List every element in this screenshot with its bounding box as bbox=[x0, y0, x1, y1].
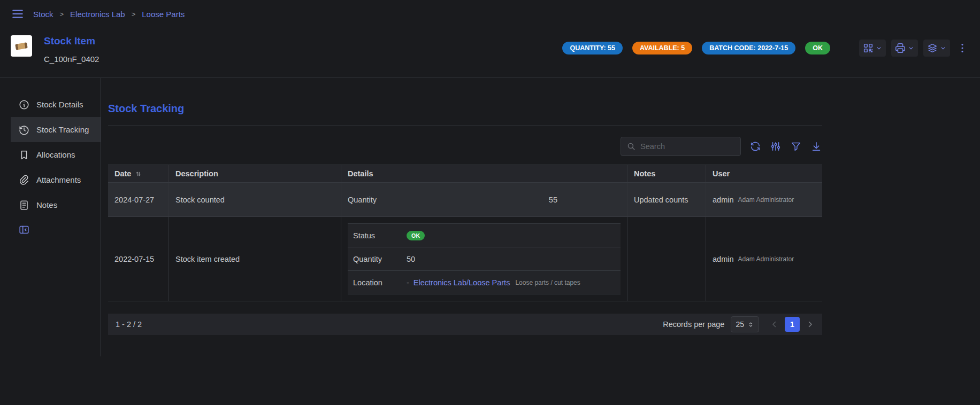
sidebar-collapse-button[interactable] bbox=[11, 224, 101, 236]
user-fullname: Adam Administrator bbox=[738, 255, 794, 263]
cell-details: Quantity 55 bbox=[341, 183, 627, 216]
breadcrumb-separator: > bbox=[60, 10, 64, 18]
available-badge: AVAILABLE: 5 bbox=[632, 42, 692, 54]
hamburger-menu-icon[interactable] bbox=[11, 7, 25, 21]
page-title: Stock Item bbox=[44, 35, 99, 47]
search-icon bbox=[626, 142, 636, 151]
filter-icon[interactable] bbox=[790, 141, 802, 152]
adjustments-icon[interactable] bbox=[770, 141, 782, 152]
panel-title: Stock Tracking bbox=[108, 103, 822, 115]
sidebar-item-stock-details[interactable]: Stock Details bbox=[11, 92, 101, 117]
breadcrumb-loose-parts[interactable]: Loose Parts bbox=[142, 10, 185, 19]
table-row[interactable]: 2022-07-15 Stock item created Status OK … bbox=[108, 217, 822, 301]
divider bbox=[108, 126, 822, 126]
breadcrumb: Stock > Electronics Lab > Loose Parts bbox=[33, 10, 185, 19]
chevron-left-icon bbox=[770, 320, 779, 329]
part-name: C_100nF_0402 bbox=[44, 54, 99, 64]
chevron-right-icon bbox=[805, 320, 815, 329]
sidebar-item-stock-tracking[interactable]: Stock Tracking bbox=[11, 117, 101, 142]
sidebar-item-notes[interactable]: Notes bbox=[11, 192, 101, 217]
previous-page-button[interactable] bbox=[770, 320, 779, 329]
main-panel: Stock Tracking Date bbox=[101, 78, 822, 356]
refresh-icon[interactable] bbox=[749, 141, 761, 152]
stock-tracking-table: Date Description Details Notes User 2024… bbox=[108, 165, 822, 301]
location-link[interactable]: Electronics Lab/Loose Parts bbox=[414, 278, 510, 287]
page-header: Stock Item C_100nF_0402 QUANTITY: 55 AVA… bbox=[0, 28, 980, 78]
header-actions bbox=[859, 40, 969, 57]
cell-details: Status OK Quantity 50 Location - Electro… bbox=[341, 217, 627, 301]
sidebar-collapse-icon bbox=[18, 224, 30, 236]
search-input[interactable] bbox=[640, 142, 735, 151]
records-count: 1 - 2 / 2 bbox=[116, 320, 142, 329]
column-header-notes: Notes bbox=[627, 165, 706, 182]
records-per-page-label: Records per page bbox=[663, 320, 724, 329]
detail-quantity-row: Quantity 50 bbox=[348, 247, 621, 271]
status-ok-badge: OK bbox=[805, 42, 830, 54]
cell-date: 2022-07-15 bbox=[108, 217, 169, 301]
detail-label: Quantity bbox=[353, 255, 407, 263]
more-options-button[interactable] bbox=[955, 40, 969, 56]
location-dash: - bbox=[407, 278, 409, 287]
cell-description: Stock counted bbox=[169, 183, 341, 216]
detail-location-row: Location - Electronics Lab/Loose Parts L… bbox=[348, 271, 621, 294]
detail-label: Status bbox=[353, 231, 407, 240]
quantity-badge: QUANTITY: 55 bbox=[562, 42, 623, 54]
part-thumbnail[interactable] bbox=[11, 35, 32, 57]
stock-actions-button[interactable] bbox=[923, 40, 950, 57]
detail-status-row: Status OK bbox=[348, 224, 621, 247]
capacitor-image bbox=[15, 42, 28, 50]
batch-code-badge: BATCH CODE: 2022-7-15 bbox=[702, 42, 795, 54]
sidebar-item-label: Stock Details bbox=[36, 100, 83, 109]
location-description: Loose parts / cut tapes bbox=[515, 279, 580, 286]
table-footer: 1 - 2 / 2 Records per page 25 1 bbox=[108, 314, 822, 335]
sidebar-item-label: Allocations bbox=[36, 150, 75, 159]
column-header-description: Description bbox=[169, 165, 341, 182]
column-header-details: Details bbox=[341, 165, 627, 182]
breadcrumb-electronics-lab[interactable]: Electronics Lab bbox=[70, 10, 125, 19]
detail-label: Location bbox=[353, 278, 407, 287]
stock-actions-icon bbox=[927, 42, 938, 54]
detail-quantity-row: Quantity 55 bbox=[348, 196, 621, 204]
page-1-button[interactable]: 1 bbox=[785, 317, 800, 332]
info-circle-icon bbox=[18, 99, 30, 111]
body: Stock Details Stock Tracking Allocations… bbox=[0, 78, 980, 356]
detail-label: Quantity bbox=[348, 196, 401, 204]
username: admin bbox=[713, 255, 734, 263]
sidebar: Stock Details Stock Tracking Allocations… bbox=[11, 78, 101, 356]
sidebar-item-allocations[interactable]: Allocations bbox=[11, 142, 101, 167]
sidebar-item-attachments[interactable]: Attachments bbox=[11, 167, 101, 192]
qrcode-icon bbox=[862, 42, 874, 54]
status-ok-badge: OK bbox=[407, 231, 425, 240]
username: admin bbox=[713, 196, 734, 204]
topbar: Stock > Electronics Lab > Loose Parts bbox=[0, 0, 980, 28]
next-page-button[interactable] bbox=[805, 320, 815, 329]
barcode-actions-button[interactable] bbox=[859, 40, 886, 57]
notes-icon bbox=[18, 199, 30, 211]
table-header-row: Date Description Details Notes User bbox=[108, 165, 822, 183]
chevron-down-icon bbox=[939, 44, 947, 52]
sidebar-item-label: Attachments bbox=[36, 175, 81, 184]
cell-description: Stock item created bbox=[169, 217, 341, 301]
header-badges: QUANTITY: 55 AVAILABLE: 5 BATCH CODE: 20… bbox=[562, 40, 969, 57]
cell-notes bbox=[627, 217, 706, 301]
detail-nested-table: Status OK Quantity 50 Location - Electro… bbox=[348, 223, 621, 294]
breadcrumb-separator: > bbox=[132, 10, 136, 18]
breadcrumb-stock[interactable]: Stock bbox=[33, 10, 53, 19]
sort-icon bbox=[134, 170, 142, 178]
cell-date: 2024-07-27 bbox=[108, 183, 169, 216]
per-page-value: 25 bbox=[736, 320, 744, 329]
table-row[interactable]: 2024-07-27 Stock counted Quantity 55 Upd… bbox=[108, 183, 822, 217]
history-icon bbox=[18, 124, 30, 136]
select-stepper-icon bbox=[747, 321, 754, 328]
download-icon[interactable] bbox=[810, 141, 822, 152]
cell-user: admin Adam Administrator bbox=[706, 183, 822, 216]
paperclip-icon bbox=[18, 174, 30, 186]
table-toolbar bbox=[108, 137, 822, 156]
page-buttons: 1 bbox=[770, 317, 815, 332]
column-header-date[interactable]: Date bbox=[108, 165, 169, 182]
column-header-user: User bbox=[706, 165, 822, 182]
records-per-page-select[interactable]: 25 bbox=[731, 316, 759, 332]
detail-value: 50 bbox=[407, 255, 415, 263]
print-actions-button[interactable] bbox=[891, 40, 918, 57]
sidebar-item-label: Notes bbox=[36, 200, 57, 209]
